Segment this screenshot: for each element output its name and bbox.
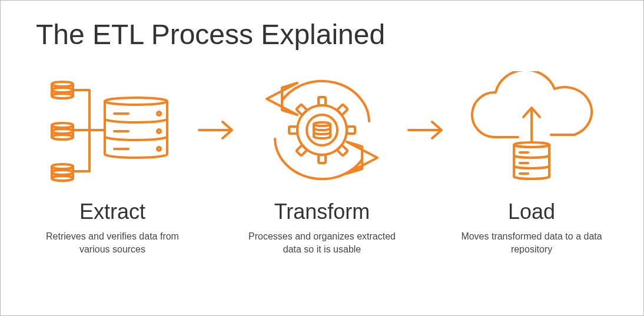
svg-point-3 [52,123,73,128]
svg-rect-21 [289,127,297,134]
stage-desc-extract: Retrieves and verifies data from various… [36,230,189,257]
stage-load: Load Moves transformed data to a data re… [455,65,608,257]
stage-desc-load: Moves transformed data to a data reposit… [455,230,608,257]
svg-rect-25 [296,145,307,155]
svg-rect-24 [337,145,347,155]
svg-point-5 [52,135,73,139]
arrow-icon [191,65,244,195]
svg-point-2 [52,94,73,98]
svg-point-8 [52,176,73,181]
svg-point-6 [52,164,73,169]
svg-point-9 [105,98,167,105]
svg-rect-22 [347,127,355,134]
svg-point-4 [52,129,73,134]
svg-point-13 [157,129,161,133]
transform-icon [245,65,399,195]
svg-rect-23 [337,104,347,115]
svg-point-1 [52,88,73,92]
stage-title-transform: Transform [274,199,370,224]
svg-rect-19 [318,97,326,105]
svg-point-30 [514,142,549,147]
stage-extract: Extract Retrieves and verifies data from… [36,65,189,257]
stages-row: Extract Retrieves and verifies data from… [36,65,608,257]
svg-rect-20 [318,155,326,163]
svg-rect-26 [296,104,307,115]
diagram-title: The ETL Process Explained [36,18,608,51]
svg-point-0 [52,82,73,87]
arrow-icon [400,65,453,195]
svg-point-15 [157,147,161,151]
svg-point-11 [157,112,161,115]
stage-transform: Transform Processes and organizes extrac… [245,65,399,257]
svg-point-27 [314,122,330,126]
stage-desc-transform: Processes and organizes extracted data s… [245,230,399,257]
load-icon [455,65,608,195]
extract-icon [45,65,180,195]
stage-title-load: Load [508,199,555,224]
stage-title-extract: Extract [79,199,145,224]
svg-point-7 [52,170,73,175]
